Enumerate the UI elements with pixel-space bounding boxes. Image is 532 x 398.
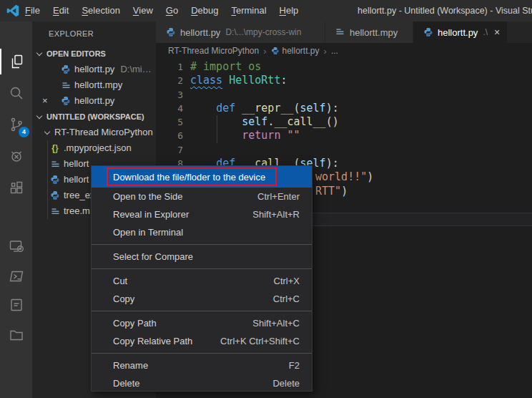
open-editor-hellortt-py[interactable]: ×hellortt.py bbox=[32, 93, 156, 109]
menu-item-label: Delete bbox=[113, 378, 260, 389]
menu-item-label: Reveal in Explorer bbox=[113, 209, 240, 220]
menu-item-label: Open in Terminal bbox=[113, 227, 300, 238]
line-number: 7 bbox=[156, 143, 183, 157]
menu-item-shortcut: Shift+Alt+R bbox=[252, 209, 300, 220]
item-label: tree.m bbox=[64, 203, 90, 219]
tree-file-mpyproject-json[interactable]: {}.mpyproject.json bbox=[32, 140, 156, 156]
tab-hellortt-py-0[interactable]: hellortt.pyD:\...\mpy-cross-win bbox=[156, 21, 325, 43]
json-icon: {} bbox=[50, 143, 60, 153]
breadcrumb-rt-thread-micropython[interactable]: RT-Thread MicroPython bbox=[168, 46, 259, 56]
code-text bbox=[183, 88, 190, 102]
menu-separator bbox=[92, 308, 312, 314]
menu-item-shortcut: Shift+Alt+C bbox=[252, 318, 300, 329]
explorer-icon[interactable] bbox=[0, 49, 32, 74]
tab-path: .\ bbox=[483, 27, 488, 37]
tab-hellortt-py-2[interactable]: hellortt.py.\× bbox=[413, 21, 508, 43]
context-menu-item-copy-relative-path[interactable]: Copy Relative PathCtrl+K Ctrl+Shift+C bbox=[92, 332, 312, 350]
tree-indent-guide bbox=[47, 140, 48, 219]
item-label: hellortt.mpy bbox=[74, 77, 122, 93]
menu-item-label: Open to the Side bbox=[113, 191, 245, 202]
menu-item-label: Copy bbox=[113, 293, 260, 304]
line-number: 3 bbox=[156, 88, 183, 102]
menu-go[interactable]: Go bbox=[159, 0, 184, 21]
code-line-9-fragment[interactable]: world!!") bbox=[315, 170, 373, 184]
terminal-icon[interactable] bbox=[0, 263, 32, 289]
context-menu-item-download-the-file-floder-to-the-device[interactable]: Download the file/floder to the device bbox=[92, 166, 312, 188]
code-text: # import os bbox=[183, 60, 261, 74]
code-line-5[interactable]: 5 self.__call__() bbox=[156, 115, 532, 129]
menu-item-shortcut: Delete bbox=[272, 378, 300, 389]
context-menu-item-copy-path[interactable]: Copy PathShift+Alt+C bbox=[92, 314, 312, 332]
menu-item-shortcut: Ctrl+X bbox=[274, 276, 300, 286]
menu-selection[interactable]: Selection bbox=[75, 0, 126, 21]
code-line-2[interactable]: 2class HelloRtt: bbox=[156, 74, 532, 87]
chevron-down-icon bbox=[36, 49, 42, 55]
vscode-logo-icon bbox=[6, 4, 19, 17]
menu-separator bbox=[92, 241, 312, 248]
mpy-icon bbox=[50, 206, 60, 216]
context-menu-item-open-to-the-side[interactable]: Open to the SideCtrl+Enter bbox=[92, 188, 312, 205]
tree-folder-rt-thread-micropython[interactable]: RT-Thread MicroPython bbox=[32, 125, 156, 140]
context-menu-item-rename[interactable]: RenameF2 bbox=[92, 356, 312, 374]
python-icon bbox=[61, 64, 71, 74]
close-icon[interactable]: × bbox=[494, 26, 500, 38]
context-menu-item-reveal-in-explorer[interactable]: Reveal in ExplorerShift+Alt+R bbox=[92, 205, 312, 223]
context-menu: Download the file/floder to the deviceOp… bbox=[91, 165, 312, 392]
breadcrumb-hellortt-py[interactable]: hellortt.py bbox=[271, 46, 320, 56]
code-line-3[interactable]: 3 bbox=[156, 88, 532, 102]
menu-edit[interactable]: Edit bbox=[46, 0, 75, 21]
workspace-header[interactable]: UNTITLED (WORKSPACE) bbox=[32, 109, 156, 125]
line-number: 5 bbox=[156, 115, 183, 129]
context-menu-item-delete[interactable]: DeleteDelete bbox=[92, 374, 312, 392]
open-editor-hellortt-mpy[interactable]: hellortt.mpy bbox=[32, 77, 156, 93]
line-number: 6 bbox=[156, 129, 183, 142]
python-icon bbox=[50, 175, 60, 185]
context-menu-item-cut[interactable]: CutCtrl+X bbox=[92, 272, 312, 290]
window-title: hellortt.py - Untitled (Workspace) - Vis… bbox=[358, 0, 532, 21]
tab-hellortt-mpy-1[interactable]: hellortt.mpy bbox=[325, 21, 413, 43]
item-label: hellortt.py bbox=[74, 93, 114, 109]
code-line-4[interactable]: 4 def __repr__(self): bbox=[156, 102, 532, 115]
menu-debug[interactable]: Debug bbox=[184, 0, 225, 21]
debug-icon[interactable] bbox=[0, 143, 32, 169]
line-number: 4 bbox=[156, 102, 183, 115]
python-icon bbox=[50, 190, 60, 200]
mpy-icon bbox=[50, 159, 60, 169]
source-control-icon[interactable]: 4 bbox=[0, 112, 32, 137]
code-line-7[interactable]: 7 bbox=[156, 143, 532, 157]
remote-device-icon[interactable] bbox=[0, 233, 32, 259]
python-icon bbox=[271, 47, 280, 55]
output-icon[interactable] bbox=[0, 292, 32, 318]
item-label: hellort bbox=[64, 172, 89, 188]
context-menu-item-select-for-compare[interactable]: Select for Compare bbox=[92, 248, 312, 266]
menu-separator bbox=[92, 266, 312, 272]
tab-label: hellortt.mpy bbox=[350, 27, 398, 38]
code-text bbox=[183, 143, 190, 157]
breadcrumb-[interactable]: ... bbox=[331, 46, 338, 56]
context-menu-item-copy[interactable]: CopyCtrl+C bbox=[92, 290, 312, 308]
menu-item-label: Copy Relative Path bbox=[113, 336, 207, 346]
code-line-6[interactable]: 6 return "" bbox=[156, 129, 532, 142]
menu-item-shortcut: F2 bbox=[289, 360, 300, 371]
context-menu-item-open-in-terminal[interactable]: Open in Terminal bbox=[92, 223, 312, 241]
open-editor-hellortt-py[interactable]: hellortt.pyD:\micr... bbox=[32, 62, 156, 77]
menu-view[interactable]: View bbox=[127, 0, 159, 21]
code-line-10-fragment[interactable]: RTT") bbox=[315, 185, 348, 198]
line-number: 1 bbox=[156, 60, 183, 74]
menu-file[interactable]: File bbox=[19, 0, 46, 21]
menu-help[interactable]: Help bbox=[273, 0, 305, 21]
menu-terminal[interactable]: Terminal bbox=[225, 0, 272, 21]
search-icon[interactable] bbox=[0, 80, 32, 106]
python-icon bbox=[61, 96, 71, 106]
extensions-icon[interactable] bbox=[0, 175, 32, 200]
open-editors-list: hellortt.pyD:\micr...hellortt.mpy×hellor… bbox=[32, 62, 156, 109]
python-icon bbox=[423, 27, 433, 37]
code-line-1[interactable]: 1# import os bbox=[156, 60, 532, 74]
vscode-window: FileEditSelectionViewGoDebugTerminalHelp… bbox=[0, 0, 532, 398]
open-editors-header[interactable]: OPEN EDITORS bbox=[32, 46, 156, 62]
folder-icon[interactable] bbox=[0, 322, 32, 348]
close-icon[interactable]: × bbox=[42, 93, 54, 109]
breadcrumb: RT-Thread MicroPython›hellortt.py›... bbox=[156, 43, 532, 59]
line-number: 2 bbox=[156, 74, 183, 87]
menu-item-shortcut: Ctrl+C bbox=[273, 293, 300, 304]
